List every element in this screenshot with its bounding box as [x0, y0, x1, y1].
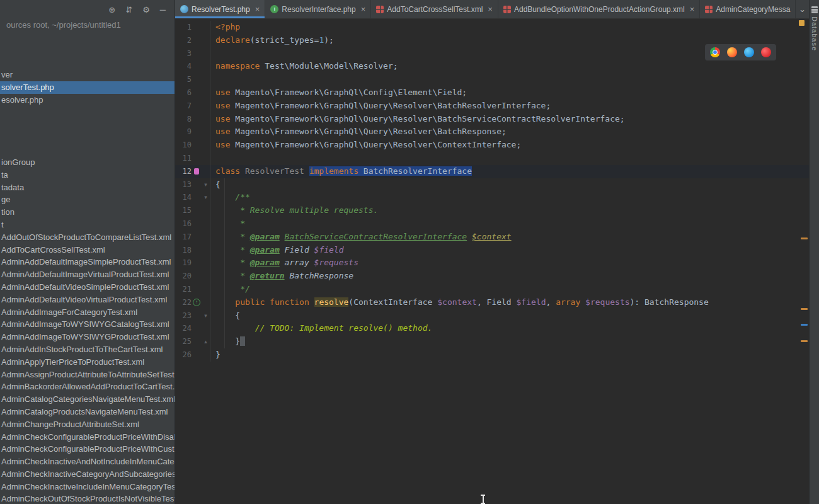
- tree-item[interactable]: tion: [0, 206, 175, 219]
- main-area: ResolverTest.php×IResolverInterface.php×…: [175, 0, 809, 504]
- tree-item[interactable]: tadata: [0, 181, 175, 194]
- code-text: [210, 152, 215, 165]
- code-line[interactable]: 24 // TODO: Implement resolve() method.: [175, 322, 809, 335]
- settings-gear-icon[interactable]: ⚙: [142, 5, 150, 14]
- fold-icon: [202, 256, 210, 270]
- gutter-icon-slot: [192, 152, 202, 165]
- tree-item[interactable]: esolver.php: [0, 94, 175, 106]
- gutter: 2: [175, 34, 210, 47]
- tree-item[interactable]: AdminAddImageToWYSIWYGProductTest.xml: [0, 331, 175, 343]
- tree-item[interactable]: [0, 144, 175, 156]
- tree-item[interactable]: AdminCheckInactiveAndNotIncludeInMenuCat…: [0, 455, 175, 468]
- code-line[interactable]: 19 * @param array $requests: [175, 256, 809, 270]
- tree-item[interactable]: t: [0, 219, 175, 231]
- code-line[interactable]: 22↑ public function resolve(ContextInter…: [175, 296, 809, 309]
- tree-item[interactable]: AdminAddDefaultImageVirtualProductTest.x…: [0, 268, 175, 281]
- tree-item[interactable]: [0, 44, 175, 57]
- tree-item[interactable]: AdminCheckInactiveCategoryAndSubcategori…: [0, 468, 175, 481]
- tab-close-icon[interactable]: ×: [690, 4, 695, 14]
- code-line[interactable]: 13▾{: [175, 178, 809, 192]
- code-line[interactable]: 7use Magento\Framework\GraphQl\Query\Res…: [175, 100, 809, 113]
- code-line[interactable]: 18 * @param Field $field: [175, 244, 809, 257]
- tree-item[interactable]: AdminAddDefaultImageSimpleProductTest.xm…: [0, 256, 175, 268]
- fold-icon[interactable]: ▴: [202, 335, 210, 348]
- implements-gutter-icon[interactable]: ↑: [192, 296, 202, 309]
- fold-icon[interactable]: ▾: [202, 191, 210, 204]
- tree-item[interactable]: ionGroup: [0, 156, 175, 169]
- tree-item[interactable]: [0, 131, 175, 144]
- editor[interactable]: 1<?php2declare(strict_types=1);34namespa…: [175, 19, 809, 504]
- code-line[interactable]: 15 * Resolve multiple requests.: [175, 204, 809, 217]
- code-line[interactable]: 8use Magento\Framework\GraphQl\Query\Res…: [175, 113, 809, 126]
- tree-item[interactable]: [0, 106, 175, 119]
- code-line[interactable]: 5: [175, 73, 809, 86]
- tab-close-icon[interactable]: ×: [255, 4, 260, 14]
- tree-item[interactable]: AdminCheckConfigurableProductPriceWithCu…: [0, 443, 175, 455]
- code-line[interactable]: 3: [175, 47, 809, 60]
- editor-tab[interactable]: AdminCategoryMessa: [700, 0, 796, 18]
- tree-item[interactable]: AdminChangeProductAttributeSet.xml: [0, 418, 175, 431]
- fold-icon[interactable]: ▾: [202, 309, 210, 323]
- tree-item[interactable]: AdminCheckInactiveIncludeInMenuCategoryT…: [0, 481, 175, 493]
- tree-item[interactable]: AdminAddImageForCategoryTest.xml: [0, 306, 175, 319]
- tree-item[interactable]: AddToCartCrossSellTest.xml: [0, 244, 175, 256]
- code-line[interactable]: 17 * @param BatchServiceContractResolver…: [175, 231, 809, 244]
- editor-tab[interactable]: IResolverInterface.php×: [265, 0, 371, 18]
- database-tool-button[interactable]: Database: [810, 0, 819, 51]
- hide-panel-icon[interactable]: ─: [160, 5, 166, 14]
- tree-item[interactable]: ver: [0, 69, 175, 81]
- code-line[interactable]: 6use Magento\Framework\GraphQl\Config\El…: [175, 86, 809, 100]
- code-line[interactable]: 16 *: [175, 217, 809, 231]
- tree-item[interactable]: AddOutOfStockProductToCompareListTest.xm…: [0, 231, 175, 244]
- code-line[interactable]: 25▴ }: [175, 335, 809, 348]
- tree-item[interactable]: AdminAddInStockProductToTheCartTest.xml: [0, 343, 175, 356]
- tree-item[interactable]: [0, 57, 175, 69]
- code-line[interactable]: 26}: [175, 348, 809, 362]
- editor-tab[interactable]: ResolverTest.php×: [175, 0, 265, 18]
- tree-item[interactable]: solverTest.php: [0, 81, 175, 94]
- tree-item[interactable]: AdminAddDefaultVideoVirtualProductTest.x…: [0, 294, 175, 306]
- code-line[interactable]: 2declare(strict_types=1);: [175, 34, 809, 47]
- gutter-icon-slot: [192, 322, 202, 335]
- code-text: /**: [210, 191, 250, 204]
- code-area[interactable]: 1<?php2declare(strict_types=1);34namespa…: [175, 19, 809, 362]
- tree-item[interactable]: AdminCatalogCategoriesNavigateMenuTest.x…: [0, 393, 175, 406]
- editor-tab[interactable]: AddToCartCrossSellTest.xml×: [371, 0, 498, 18]
- tree-item[interactable]: AdminBackorderAllowedAddProductToCartTes…: [0, 381, 175, 393]
- code-line[interactable]: 21 */: [175, 283, 809, 296]
- tree-item[interactable]: AdminCheckOutOfStockProductIsNotVisibleT…: [0, 493, 175, 504]
- code-line[interactable]: 9use Magento\Framework\GraphQl\Query\Res…: [175, 125, 809, 139]
- tree-item[interactable]: ge: [0, 193, 175, 206]
- hidden-tabs-chevron-icon[interactable]: ⌄: [799, 0, 806, 19]
- editor-tab[interactable]: AddBundleOptionWithOneProductActionGroup…: [498, 0, 700, 18]
- tree-item[interactable]: ta: [0, 169, 175, 181]
- locate-file-icon[interactable]: ⊕: [108, 5, 115, 14]
- tree-item[interactable]: AdminAssignProductAttributeToAttributeSe…: [0, 369, 175, 381]
- code-line[interactable]: 11: [175, 152, 809, 165]
- tab-close-icon[interactable]: ×: [488, 4, 493, 14]
- code-line[interactable]: 12class ResolverTest implements BatchRes…: [175, 165, 809, 178]
- class-gutter-icon[interactable]: [192, 165, 202, 178]
- tree-item[interactable]: [0, 119, 175, 132]
- tree-item[interactable]: AdminAddDefaultVideoSimpleProductTest.xm…: [0, 281, 175, 294]
- tab-close-icon[interactable]: ×: [361, 4, 366, 14]
- tab-label: AddToCartCrossSellTest.xml: [387, 5, 483, 14]
- expand-collapse-icon[interactable]: ⇵: [125, 5, 132, 14]
- code-line[interactable]: 4namespace Test\Module\Model\Resolver;: [175, 60, 809, 73]
- code-line[interactable]: 14▾ /**: [175, 191, 809, 204]
- tree-item[interactable]: AdminCheckConfigurableProductPriceWithDi…: [0, 431, 175, 444]
- line-number: 13: [175, 178, 192, 192]
- line-number: 6: [175, 86, 192, 100]
- line-number: 4: [175, 60, 192, 73]
- code-line[interactable]: 1<?php: [175, 21, 809, 34]
- tree-item[interactable]: [0, 32, 175, 44]
- code-line[interactable]: 10use Magento\Framework\GraphQl\Query\Re…: [175, 139, 809, 152]
- code-line[interactable]: 20 * @return BatchResponse: [175, 270, 809, 283]
- gutter: 11: [175, 152, 210, 165]
- tree-item[interactable]: AdminApplyTierPriceToProductTest.xml: [0, 356, 175, 369]
- code-line[interactable]: 23▾ {: [175, 309, 809, 323]
- code-text: public function resolve(ContextInterface…: [210, 296, 709, 309]
- tree-item[interactable]: AdminAddImageToWYSIWYGCatalogTest.xml: [0, 318, 175, 331]
- tree-item[interactable]: AdminCatalogProductsNavigateMenuTest.xml: [0, 406, 175, 418]
- fold-icon[interactable]: ▾: [202, 178, 210, 192]
